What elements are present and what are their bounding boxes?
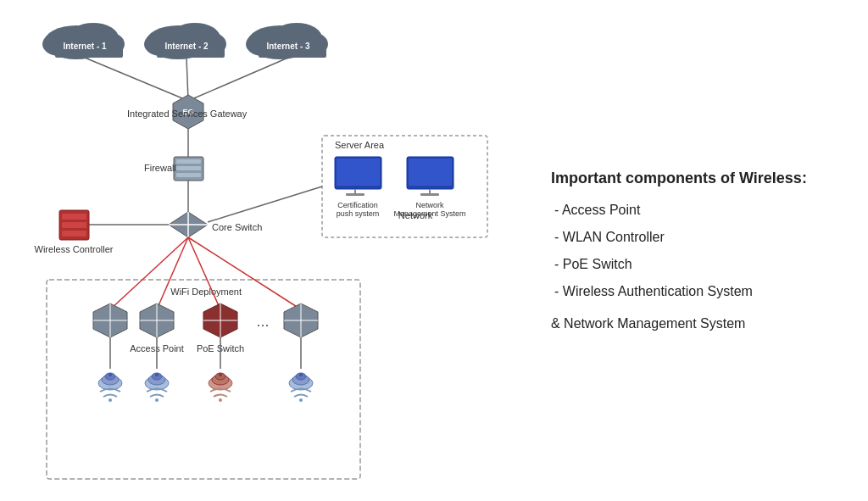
svg-rect-27 bbox=[176, 173, 201, 177]
svg-rect-44 bbox=[420, 193, 439, 196]
poe-switch-4 bbox=[284, 303, 318, 337]
svg-rect-42 bbox=[409, 159, 452, 186]
svg-rect-38 bbox=[337, 159, 380, 186]
svg-rect-34 bbox=[62, 214, 86, 220]
svg-text:Internet - 3: Internet - 3 bbox=[266, 42, 310, 51]
svg-text:Internet - 2: Internet - 2 bbox=[164, 42, 209, 51]
core-switch-device bbox=[169, 212, 208, 237]
poe-switch-3 bbox=[203, 303, 237, 337]
info-panel: Important components of Wireless: - Acce… bbox=[526, 0, 868, 501]
info-item-5: & Network Management System bbox=[551, 316, 843, 331]
wifi-deployment-label: WiFi Deployment bbox=[170, 287, 242, 297]
svg-point-80 bbox=[219, 398, 222, 402]
svg-rect-40 bbox=[346, 193, 364, 196]
info-item-1: - Access Point bbox=[551, 203, 843, 218]
info-item-3: - PoE Switch bbox=[551, 257, 843, 272]
cloud-internet-3: Internet - 3 bbox=[246, 23, 328, 59]
svg-point-84 bbox=[299, 373, 303, 376]
firewall-device bbox=[174, 157, 203, 181]
server-area-label: Server Area bbox=[335, 140, 385, 150]
wireless-controller-device bbox=[59, 210, 89, 240]
gateway-label: Integrated Services Gateway bbox=[127, 109, 248, 119]
info-title: Important components of Wireless: bbox=[551, 170, 843, 187]
access-point-3 bbox=[209, 373, 232, 402]
svg-rect-26 bbox=[176, 166, 201, 170]
ellipsis: ... bbox=[256, 313, 269, 330]
svg-line-19 bbox=[186, 58, 188, 100]
svg-rect-36 bbox=[62, 231, 86, 237]
svg-point-69 bbox=[108, 373, 112, 376]
diagram-area: Internet - 1 Internet - 2 Internet - 3 bbox=[0, 0, 526, 501]
svg-point-79 bbox=[219, 373, 222, 376]
nms-label: Network bbox=[415, 201, 444, 209]
nms-device bbox=[407, 157, 453, 196]
svg-line-20 bbox=[190, 58, 288, 100]
svg-point-70 bbox=[108, 398, 112, 402]
firewall-label: Firewall bbox=[144, 163, 176, 173]
cert-system-label2: push system bbox=[337, 209, 380, 218]
cert-system-device bbox=[335, 157, 381, 196]
info-item-2: - WLAN Controller bbox=[551, 230, 843, 245]
cloud-internet-2: Internet - 2 bbox=[144, 23, 226, 59]
poe-switch-1 bbox=[93, 303, 127, 337]
svg-point-74 bbox=[155, 373, 159, 376]
poe-switch-2 bbox=[140, 303, 174, 337]
access-point-4 bbox=[289, 373, 313, 402]
svg-rect-35 bbox=[62, 222, 86, 228]
access-point-1 bbox=[98, 373, 122, 402]
info-item-4: - Wireless Authentication System bbox=[551, 284, 843, 299]
svg-line-18 bbox=[85, 58, 186, 100]
network-label: Network bbox=[398, 210, 433, 220]
wireless-controller-label: Wireless Controller bbox=[35, 244, 114, 254]
svg-line-49 bbox=[188, 237, 301, 309]
cert-system-label: Certification bbox=[337, 201, 378, 209]
svg-line-46 bbox=[110, 237, 188, 309]
svg-line-45 bbox=[208, 186, 322, 222]
access-point-2 bbox=[145, 373, 169, 402]
core-switch-label: Core Switch bbox=[212, 222, 262, 232]
svg-point-85 bbox=[299, 398, 303, 402]
svg-rect-25 bbox=[176, 159, 201, 164]
svg-point-75 bbox=[155, 398, 159, 402]
cloud-internet-1: Internet - 1 bbox=[42, 23, 125, 59]
svg-line-47 bbox=[157, 237, 188, 309]
svg-text:Internet - 1: Internet - 1 bbox=[63, 42, 107, 51]
